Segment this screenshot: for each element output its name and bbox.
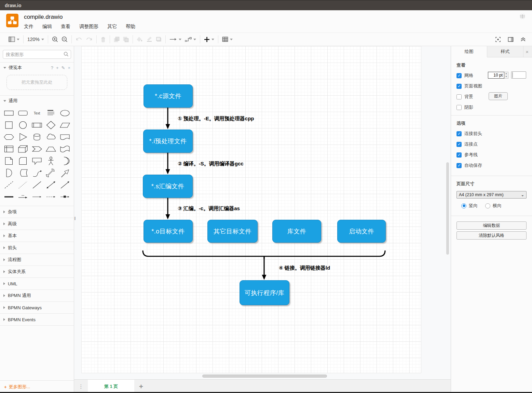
grid-color-swatch[interactable] [511, 71, 526, 79]
scratchpad-help-icon[interactable]: ? [51, 65, 53, 70]
menu-item-1[interactable]: 编辑 [42, 24, 52, 30]
vertical-scrollbar[interactable] [446, 162, 449, 255]
edge-label-3[interactable]: ④ 链接。调用链接器ld [279, 265, 330, 271]
add-page-button[interactable]: + [134, 380, 148, 393]
shape-line[interactable] [30, 179, 44, 190]
shadow-button[interactable] [155, 36, 162, 43]
flow-node-2[interactable]: *.s汇编文件 [143, 175, 193, 198]
menu-item-0[interactable]: 文件 [24, 24, 33, 30]
orientation-portrait[interactable]: 竖向 [461, 203, 478, 209]
collapse-button[interactable] [520, 36, 527, 43]
sidebar-category-6[interactable]: UML [0, 277, 74, 289]
shape-process[interactable] [30, 119, 44, 131]
view-mode-button[interactable] [8, 36, 20, 43]
diagram-canvas[interactable]: *.c源文件*.i预处理文件*.s汇编文件*.o目标文件其它目标文件库文件启动文… [74, 46, 451, 379]
zoom-in-button[interactable] [51, 35, 59, 43]
sidebar-category-8[interactable]: BPMN Gateways [0, 301, 74, 313]
table-button[interactable] [221, 36, 233, 43]
grid-checkbox[interactable] [456, 73, 462, 78]
shape-labeled-arrow[interactable] [58, 191, 72, 202]
fullscreen-button[interactable] [494, 36, 502, 43]
menu-item-5[interactable]: 帮助 [126, 24, 135, 30]
flow-node-3[interactable]: *.o目标文件 [144, 220, 193, 243]
flow-node-6[interactable]: 启动文件 [337, 220, 386, 243]
edge-label-1[interactable]: ② 编译。-S。调用编译器gcc [178, 161, 244, 167]
language-icon[interactable] [519, 13, 526, 21]
shape-link[interactable] [2, 191, 16, 202]
scratchpad-edit-icon[interactable]: ✎ [62, 65, 65, 70]
scratchpad-close-icon[interactable]: × [68, 65, 70, 70]
shape-tape[interactable] [58, 143, 72, 154]
shape-diamond[interactable] [44, 119, 58, 131]
shape-actor[interactable] [44, 155, 58, 166]
more-shapes-button[interactable]: + 更多图形... [0, 380, 74, 393]
edge-label-0[interactable]: ① 预处理。-E。调用预处理器cpp [178, 116, 254, 122]
shape-thin-arrow[interactable] [30, 191, 44, 202]
close-panel-icon[interactable]: × [526, 49, 529, 55]
shape-or[interactable] [58, 155, 72, 166]
page-tab-1[interactable]: 第 1 页 [88, 380, 134, 393]
sidebar-category-5[interactable]: 实体关系 [0, 266, 74, 277]
background-checkbox[interactable] [456, 94, 462, 99]
shape-rectangle[interactable] [2, 107, 16, 119]
to-front-button[interactable] [113, 36, 120, 43]
clear-default-style-button[interactable]: 清除默认风格 [456, 231, 527, 240]
shape-heading[interactable] [44, 107, 58, 119]
fill-color-button[interactable] [136, 36, 144, 43]
page-view-checkbox[interactable] [456, 84, 462, 89]
shape-cloud[interactable] [44, 131, 58, 143]
page-grid[interactable] [81, 46, 421, 373]
zoom-level-button[interactable]: 120% [27, 36, 45, 43]
shape-directional-connector[interactable] [58, 179, 72, 190]
page-size-select[interactable]: A4 (210 mm x 297 mm) ⌄ [456, 191, 527, 199]
shape-step[interactable] [30, 143, 44, 154]
sidebar-category-2[interactable]: 基本 [0, 230, 74, 242]
horizontal-scrollbar[interactable] [202, 375, 327, 378]
search-icon[interactable] [64, 52, 69, 58]
background-image-button[interactable]: 图片 [489, 92, 508, 100]
shape-arrow[interactable] [58, 167, 72, 178]
sidebar-category-0[interactable]: 杂项 [0, 206, 74, 218]
shape-double-arrow[interactable] [44, 167, 58, 178]
shape-square[interactable] [2, 119, 16, 131]
delete-button[interactable] [100, 36, 107, 43]
shape-circle[interactable] [16, 119, 30, 131]
scratchpad-dropzone[interactable]: 把元素拖至此处 [6, 75, 67, 90]
shape-card[interactable] [16, 155, 30, 166]
shape-search-input[interactable] [3, 50, 71, 59]
scratchpad-header[interactable]: 便笺本 ? + ✎ × [0, 63, 74, 73]
insert-button[interactable] [203, 36, 215, 43]
shape-bidirectional-connector[interactable] [44, 179, 58, 190]
shape-dotted-line[interactable] [16, 179, 30, 190]
menu-item-4[interactable]: 其它 [107, 24, 117, 30]
line-color-button[interactable] [146, 36, 153, 43]
sidebar-resize-handle[interactable]: ∥ [74, 216, 76, 220]
sidebar-category-7[interactable]: BPMN 通用 [0, 289, 74, 301]
option-checkbox-3[interactable] [456, 163, 462, 168]
option-checkbox-0[interactable] [456, 131, 462, 136]
shape-text[interactable]: Text [30, 107, 44, 119]
edit-data-button[interactable]: 编辑数据 [456, 221, 527, 230]
shape-hexagon[interactable] [2, 131, 16, 143]
waypoints-button[interactable] [184, 36, 197, 43]
orientation-landscape[interactable]: 横向 [485, 203, 502, 209]
edge-label-2[interactable]: ③ 汇编。-c。调用汇编器as [178, 205, 240, 212]
shape-curve[interactable] [30, 167, 44, 178]
flow-node-5[interactable]: 库文件 [272, 220, 321, 243]
shape-rounded-rectangle[interactable] [16, 107, 30, 119]
sidebar-category-4[interactable]: 流程图 [0, 254, 74, 266]
shape-ellipse[interactable] [58, 107, 72, 119]
shape-document[interactable] [58, 131, 72, 143]
sidebar-category-1[interactable]: 高级 [0, 218, 74, 230]
format-tab-style[interactable]: 样式 [487, 46, 523, 57]
shape-arrow-with-label[interactable] [16, 191, 30, 202]
zoom-out-button[interactable] [61, 35, 68, 43]
flow-node-4[interactable]: 其它目标文件 [207, 220, 258, 243]
menu-item-2[interactable]: 查看 [61, 24, 70, 30]
flow-node-0[interactable]: *.c源文件 [144, 84, 193, 108]
shape-internal-storage[interactable] [2, 143, 16, 154]
flow-node-1[interactable]: *.i预处理文件 [143, 130, 193, 153]
redo-button[interactable] [85, 36, 93, 43]
undo-button[interactable] [75, 36, 83, 43]
shape-parallelogram[interactable] [58, 119, 72, 131]
